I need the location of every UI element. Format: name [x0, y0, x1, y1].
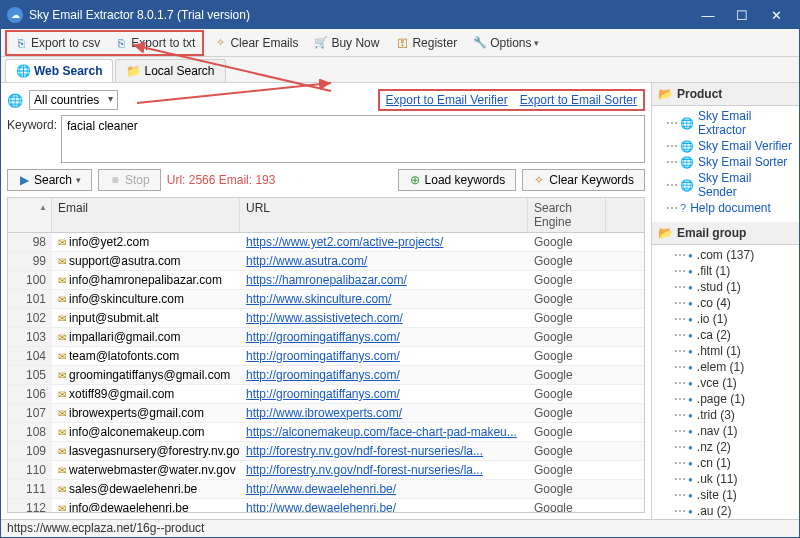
product-item[interactable]: ⋯?Help document — [652, 200, 799, 216]
col-search-engine[interactable]: Search Engine — [528, 198, 606, 232]
tree-twisty-icon: ⋯ — [674, 312, 684, 326]
col-email[interactable]: Email — [52, 198, 240, 232]
keyword-input[interactable] — [61, 115, 645, 163]
clear-emails-button[interactable]: ✧ Clear Emails — [206, 32, 305, 54]
product-item[interactable]: ⋯🌐Sky Email Extractor — [652, 108, 799, 138]
row-url[interactable]: http://www.ibrowexperts.com/ — [240, 404, 528, 422]
export-csv-button[interactable]: ⎘ Export to csv — [7, 32, 107, 54]
group-item[interactable]: ⋯●.nz (2) — [652, 439, 799, 455]
col-url[interactable]: URL — [240, 198, 528, 232]
country-select[interactable]: All countries — [29, 90, 118, 110]
table-row[interactable]: 107✉ibrowexperts@gmail.comhttp://www.ibr… — [8, 404, 644, 423]
group-item[interactable]: ⋯●.vce (1) — [652, 375, 799, 391]
group-item[interactable]: ⋯●.site (1) — [652, 487, 799, 503]
row-url[interactable]: https://hamronepalibazar.com/ — [240, 271, 528, 289]
group-item[interactable]: ⋯●.ca (2) — [652, 327, 799, 343]
close-button[interactable]: ✕ — [759, 4, 793, 26]
table-row[interactable]: 99✉support@asutra.comhttp://www.asutra.c… — [8, 252, 644, 271]
col-index[interactable]: ▲ — [8, 198, 52, 232]
table-row[interactable]: 102✉input@submit.althttp://www.assistive… — [8, 309, 644, 328]
dot-icon: ● — [688, 299, 693, 308]
row-url[interactable]: http://groomingatiffanys.com/ — [240, 328, 528, 346]
group-label: .ca (2) — [697, 328, 731, 342]
group-item[interactable]: ⋯●.co (4) — [652, 295, 799, 311]
table-row[interactable]: 108✉info@alconemakeup.comhttps://alconem… — [8, 423, 644, 442]
clear-keywords-button[interactable]: ✧ Clear Keywords — [522, 169, 645, 191]
tree-twisty-icon: ⋯ — [674, 488, 684, 502]
row-email: ✉support@asutra.com — [52, 252, 240, 270]
group-item[interactable]: ⋯●.stud (1) — [652, 279, 799, 295]
group-item[interactable]: ⋯●.filt (1) — [652, 263, 799, 279]
group-item[interactable]: ⋯●.elem (1) — [652, 359, 799, 375]
buy-now-button[interactable]: 🛒 Buy Now — [307, 32, 386, 54]
group-label: .co (4) — [697, 296, 731, 310]
row-url[interactable]: http://groomingatiffanys.com/ — [240, 347, 528, 365]
table-row[interactable]: 98✉info@yet2.comhttps://www.yet2.com/act… — [8, 233, 644, 252]
group-item[interactable]: ⋯●.uk (11) — [652, 471, 799, 487]
group-item[interactable]: ⋯●.au (2) — [652, 503, 799, 519]
right-pane: 📂 Product ⋯🌐Sky Email Extractor⋯🌐Sky Ema… — [651, 83, 799, 519]
row-url[interactable]: http://groomingatiffanys.com/ — [240, 366, 528, 384]
table-row[interactable]: 112✉info@dewaelehenri.behttp://www.dewae… — [8, 499, 644, 512]
search-button[interactable]: ▶ Search ▾ — [7, 169, 92, 191]
register-button[interactable]: ⚿ Register — [388, 32, 464, 54]
table-row[interactable]: 105✉groomingatiffanys@gmail.comhttp://gr… — [8, 366, 644, 385]
row-index: 103 — [8, 328, 52, 346]
grid-body[interactable]: 98✉info@yet2.comhttps://www.yet2.com/act… — [8, 233, 644, 512]
row-url[interactable]: http://www.dewaelehenri.be/ — [240, 499, 528, 512]
group-item[interactable]: ⋯●.nav (1) — [652, 423, 799, 439]
row-url[interactable]: https://www.yet2.com/active-projects/ — [240, 233, 528, 251]
export-verifier-link[interactable]: Export to Email Verifier — [386, 93, 508, 107]
group-item[interactable]: ⋯●.cn (1) — [652, 455, 799, 471]
export-txt-button[interactable]: ⎘ Export to txt — [107, 32, 202, 54]
table-row[interactable]: 103✉impallari@gmail.comhttp://groomingat… — [8, 328, 644, 347]
row-url[interactable]: https://alconemakeup.com/face-chart-pad-… — [240, 423, 528, 441]
tab-web-label: Web Search — [34, 64, 102, 78]
tree-twisty-icon: ⋯ — [674, 440, 684, 454]
row-url[interactable]: http://www.asutra.com/ — [240, 252, 528, 270]
group-item[interactable]: ⋯●.io (1) — [652, 311, 799, 327]
tab-web-search[interactable]: 🌐 Web Search — [5, 59, 113, 82]
group-title: Email group — [677, 226, 746, 240]
product-item[interactable]: ⋯🌐Sky Email Sender — [652, 170, 799, 200]
search-tabs: 🌐 Web Search 📁 Local Search — [1, 57, 799, 83]
row-url[interactable]: http://www.assistivetech.com/ — [240, 309, 528, 327]
grid-header: ▲ Email URL Search Engine — [8, 198, 644, 233]
maximize-button[interactable]: ☐ — [725, 4, 759, 26]
product-item[interactable]: ⋯🌐Sky Email Sorter — [652, 154, 799, 170]
group-item[interactable]: ⋯●.page (1) — [652, 391, 799, 407]
options-button[interactable]: 🔧 Options ▾ — [466, 32, 546, 54]
row-search-engine: Google — [528, 233, 606, 251]
export-sorter-link[interactable]: Export to Email Sorter — [520, 93, 637, 107]
product-title: Product — [677, 87, 722, 101]
table-row[interactable]: 101✉info@skinculture.comhttp://www.skinc… — [8, 290, 644, 309]
product-item[interactable]: ⋯🌐Sky Email Verifier — [652, 138, 799, 154]
folder-icon: 📁 — [126, 64, 140, 78]
table-row[interactable]: 110✉waterwebmaster@water.nv.govhttp://fo… — [8, 461, 644, 480]
tab-local-search[interactable]: 📁 Local Search — [115, 59, 225, 82]
product-label: Help document — [690, 201, 771, 215]
table-row[interactable]: 111✉sales@dewaelehenri.behttp://www.dewa… — [8, 480, 644, 499]
stop-button[interactable]: ■ Stop — [98, 169, 161, 191]
minimize-button[interactable]: — — [691, 4, 725, 26]
row-url[interactable]: http://forestry.nv.gov/ndf-forest-nurser… — [240, 442, 528, 460]
table-row[interactable]: 104✉team@latofonts.comhttp://groomingati… — [8, 347, 644, 366]
table-row[interactable]: 109✉lasvegasnursery@forestry.nv.govhttp:… — [8, 442, 644, 461]
row-url[interactable]: http://groomingatiffanys.com/ — [240, 385, 528, 403]
table-row[interactable]: 100✉info@hamronepalibazar.comhttps://ham… — [8, 271, 644, 290]
row-email: ✉info@alconemakeup.com — [52, 423, 240, 441]
row-url[interactable]: http://forestry.nv.gov/ndf-forest-nurser… — [240, 461, 528, 479]
row-search-engine: Google — [528, 290, 606, 308]
row-email: ✉info@hamronepalibazar.com — [52, 271, 240, 289]
load-keywords-button[interactable]: ⊕ Load keywords — [398, 169, 517, 191]
dot-icon: ● — [688, 411, 693, 420]
table-row[interactable]: 106✉xotiff89@gmail.comhttp://groomingati… — [8, 385, 644, 404]
wrench-icon: 🔧 — [473, 36, 487, 50]
group-item[interactable]: ⋯●.com (137) — [652, 247, 799, 263]
group-item[interactable]: ⋯●.html (1) — [652, 343, 799, 359]
row-url[interactable]: http://www.dewaelehenri.be/ — [240, 480, 528, 498]
product-label: Sky Email Verifier — [698, 139, 792, 153]
row-url[interactable]: http://www.skinculture.com/ — [240, 290, 528, 308]
globe-small-icon: 🌐 — [7, 93, 23, 108]
group-item[interactable]: ⋯●.trid (3) — [652, 407, 799, 423]
